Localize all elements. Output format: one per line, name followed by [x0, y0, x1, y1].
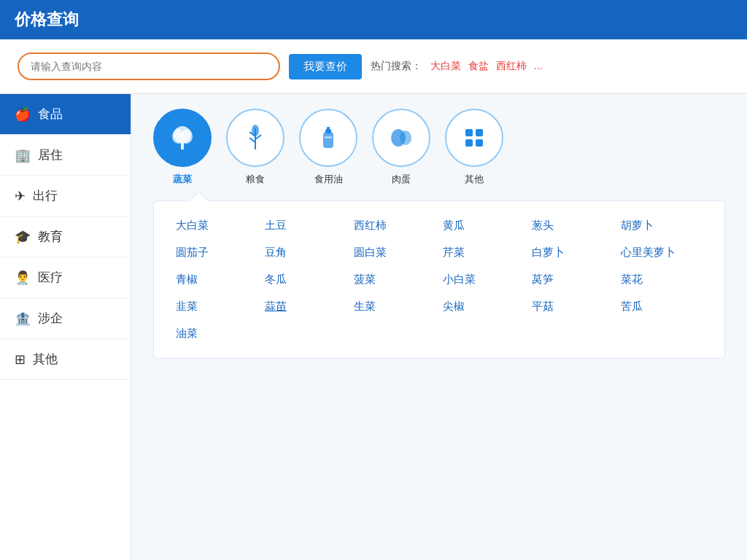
page-title: 价格查询 — [15, 9, 79, 31]
vegetable-item-3[interactable]: 黄瓜 — [443, 219, 525, 233]
other-category-label: 其他 — [465, 173, 484, 186]
category-other[interactable]: 其他 — [445, 109, 503, 186]
sidebar-item-living[interactable]: 🏢 居住 — [0, 135, 131, 176]
vegetable-item-11[interactable]: 心里美萝卜 — [621, 246, 703, 260]
vegetable-item-4[interactable]: 葱头 — [532, 219, 614, 233]
vegetable-item-7[interactable]: 豆角 — [265, 246, 347, 260]
sidebar: 🍎 食品 🏢 居住 ✈ 出行 🎓 教育 👨‍⚕️ 医疗 🏦 涉企 ⊞ 其他 — [0, 94, 131, 560]
svg-point-2 — [181, 129, 193, 144]
content-area: 蔬菜 粮食 — [131, 94, 747, 560]
hot-item-1[interactable]: 大白菜 — [430, 60, 461, 73]
svg-rect-9 — [323, 132, 333, 148]
enterprise-icon: 🏦 — [15, 311, 31, 327]
vegetables-label: 蔬菜 — [173, 173, 192, 186]
vegetable-item-10[interactable]: 白萝卜 — [532, 246, 614, 260]
sidebar-item-travel[interactable]: ✈ 出行 — [0, 176, 131, 217]
grain-circle-icon — [226, 109, 285, 167]
sidebar-label-other: 其他 — [33, 351, 58, 368]
vegetable-item-17[interactable]: 菜花 — [621, 273, 703, 287]
search-button[interactable]: 我要查价 — [289, 54, 362, 79]
category-oil[interactable]: 食用油 — [299, 109, 357, 186]
travel-icon: ✈ — [15, 188, 26, 204]
vegetable-item-8[interactable]: 圆白菜 — [354, 246, 436, 260]
vegetables-circle-icon — [153, 109, 212, 167]
oil-circle-icon — [299, 109, 357, 167]
meat-egg-circle-icon — [372, 109, 430, 167]
vegetable-item-9[interactable]: 芹菜 — [443, 246, 525, 260]
vegetable-item-5[interactable]: 胡萝卜 — [621, 219, 703, 233]
vegetable-item-16[interactable]: 莴笋 — [532, 273, 614, 287]
svg-rect-11 — [327, 127, 330, 131]
sidebar-label-education: 教育 — [38, 228, 63, 245]
header: 价格查询 — [0, 0, 747, 39]
search-area: 我要查价 热门搜索： 大白菜 食盐 西红柿 ... — [0, 39, 747, 94]
items-grid: 大白菜土豆西红柿黄瓜葱头胡萝卜圆茄子豆角圆白菜芹菜白萝卜心里美萝卜青椒冬瓜菠菜小… — [176, 219, 703, 341]
category-grain[interactable]: 粮食 — [226, 109, 285, 186]
sidebar-item-enterprise[interactable]: 🏦 涉企 — [0, 298, 131, 339]
sidebar-item-food[interactable]: 🍎 食品 — [0, 94, 131, 135]
sidebar-item-medical[interactable]: 👨‍⚕️ 医疗 — [0, 257, 131, 298]
medical-icon: 👨‍⚕️ — [15, 270, 31, 286]
vegetable-item-18[interactable]: 韭菜 — [176, 300, 258, 314]
vegetable-item-20[interactable]: 生菜 — [354, 300, 436, 314]
vegetable-item-13[interactable]: 冬瓜 — [265, 273, 347, 287]
vegetable-item-1[interactable]: 土豆 — [265, 219, 347, 233]
grain-label: 粮食 — [246, 173, 265, 186]
sidebar-label-enterprise: 涉企 — [38, 310, 63, 327]
search-input[interactable] — [18, 52, 280, 80]
items-panel: 大白菜土豆西红柿黄瓜葱头胡萝卜圆茄子豆角圆白菜芹菜白萝卜心里美萝卜青椒冬瓜菠菜小… — [153, 201, 725, 359]
search-input-wrapper — [18, 52, 280, 80]
hot-item-3[interactable]: 西红柿 — [496, 60, 527, 73]
svg-line-8 — [249, 138, 255, 142]
vegetable-item-21[interactable]: 尖椒 — [443, 300, 525, 314]
category-vegetables[interactable]: 蔬菜 — [153, 109, 212, 186]
other-sidebar-icon: ⊞ — [15, 351, 26, 368]
hot-search-list: 大白菜 食盐 西红柿 ... — [430, 60, 543, 73]
svg-point-14 — [400, 131, 411, 145]
sidebar-label-medical: 医疗 — [38, 269, 63, 286]
vegetable-item-6[interactable]: 圆茄子 — [176, 246, 258, 260]
sidebar-item-other[interactable]: ⊞ 其他 — [0, 339, 131, 380]
vegetable-item-24[interactable]: 油菜 — [176, 327, 258, 341]
education-icon: 🎓 — [15, 229, 31, 245]
vegetable-item-19[interactable]: 蒜苗 — [265, 300, 347, 314]
sidebar-label-food: 食品 — [38, 106, 63, 122]
svg-rect-15 — [465, 129, 473, 136]
sidebar-label-living: 居住 — [38, 147, 63, 163]
svg-rect-3 — [181, 142, 184, 149]
other-circle-icon — [445, 109, 503, 167]
vegetable-item-22[interactable]: 平菇 — [532, 300, 614, 314]
living-icon: 🏢 — [15, 147, 31, 163]
category-meat-egg[interactable]: 肉蛋 — [372, 109, 430, 186]
vegetable-item-12[interactable]: 青椒 — [176, 273, 258, 287]
main-layout: 🍎 食品 🏢 居住 ✈ 出行 🎓 教育 👨‍⚕️ 医疗 🏦 涉企 ⊞ 其他 — [0, 94, 747, 560]
vegetable-item-23[interactable]: 苦瓜 — [621, 300, 703, 314]
hot-item-2[interactable]: 食盐 — [468, 60, 489, 73]
hot-search-label: 热门搜索： — [371, 60, 422, 73]
svg-rect-17 — [465, 139, 473, 147]
vegetable-item-15[interactable]: 小白菜 — [443, 273, 525, 287]
svg-rect-16 — [476, 129, 483, 136]
svg-rect-12 — [325, 136, 332, 139]
vegetable-item-0[interactable]: 大白菜 — [176, 219, 258, 233]
vegetable-item-2[interactable]: 西红柿 — [354, 219, 436, 233]
hot-item-more[interactable]: ... — [534, 60, 543, 73]
oil-label: 食用油 — [314, 173, 343, 186]
sidebar-label-travel: 出行 — [33, 187, 58, 204]
svg-rect-18 — [476, 139, 483, 147]
sidebar-item-education[interactable]: 🎓 教育 — [0, 217, 131, 257]
category-circles: 蔬菜 粮食 — [153, 109, 725, 186]
meat-egg-label: 肉蛋 — [392, 173, 411, 186]
vegetable-item-14[interactable]: 菠菜 — [354, 273, 436, 287]
food-icon: 🍎 — [15, 106, 31, 122]
